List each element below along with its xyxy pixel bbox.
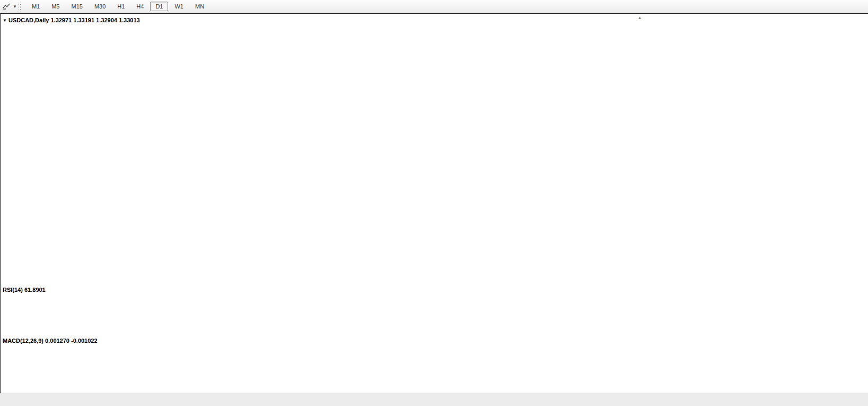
ohlc-low: 1.32904 [96,17,117,23]
timeframe-button-m30[interactable]: M30 [89,2,111,11]
timeframe-button-h1[interactable]: H1 [112,2,130,11]
rsi-indicator-label: RSI(14) 61.8901 [3,287,46,293]
macd-signal-value: -0.001022 [71,338,98,344]
chart-shift-marker[interactable]: ▴ [638,14,641,20]
chart-subwindow: ▼ USDCAD,Daily 1.32971 1.33191 1.32904 1… [0,13,868,393]
ohlc-close: 1.33013 [119,17,140,23]
collapse-arrow-icon[interactable]: ▼ [3,18,7,23]
chart-tool-group: ▼ [0,0,26,13]
timeframe-button-m1[interactable]: M1 [27,2,45,11]
ohlc-high: 1.33191 [73,17,94,23]
toolbar-grip[interactable] [18,2,21,11]
timeframe-button-d1[interactable]: D1 [150,2,168,11]
timeframe-button-h4[interactable]: H4 [131,2,149,11]
trading-platform-window: ▼ M1M5M15M30H1H4D1W1MN ▼ USDCAD,Daily 1.… [0,0,868,406]
chart-title: ▼ USDCAD,Daily 1.32971 1.33191 1.32904 1… [3,17,140,23]
macd-indicator-label: MACD(12,26,9) 0.001270 -0.001022 [3,338,98,344]
chart-tab-bar [0,393,868,406]
tool-dropdown-caret-icon[interactable]: ▼ [13,4,17,9]
rsi-value: 61.8901 [24,287,46,293]
macd-main-value: 0.001270 [45,338,69,344]
cursor-tool-icon[interactable] [2,2,12,11]
timeframe-toolbar: ▼ M1M5M15M30H1H4D1W1MN [0,0,868,13]
ohlc-open: 1.32971 [50,17,72,23]
timeframe-button-m5[interactable]: M5 [46,2,65,11]
chart-symbol-label: USDCAD,Daily [8,17,49,23]
timeframe-button-w1[interactable]: W1 [169,2,189,11]
timeframe-button-mn[interactable]: MN [190,2,209,11]
timeframe-button-m15[interactable]: M15 [66,2,87,11]
